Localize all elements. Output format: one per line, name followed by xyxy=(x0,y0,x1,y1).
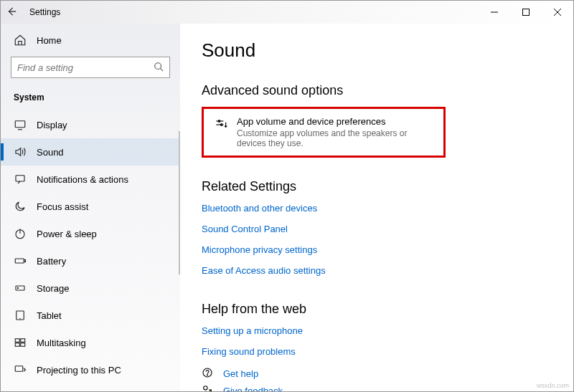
advanced-item-title: App volume and device preferences xyxy=(237,116,433,127)
svg-rect-19 xyxy=(15,343,19,347)
svg-rect-20 xyxy=(21,343,25,347)
advanced-sound-heading: Advanced sound options xyxy=(202,83,552,98)
sidebar-scrollbar[interactable] xyxy=(179,131,180,274)
title-bar: Settings xyxy=(1,1,573,24)
close-button[interactable] xyxy=(542,1,573,24)
content-area: Sound Advanced sound options App volume … xyxy=(180,24,573,391)
svg-rect-12 xyxy=(24,260,26,262)
sidebar-item-label: Power & sleep xyxy=(37,229,97,239)
sound-icon xyxy=(14,145,27,158)
search-input[interactable] xyxy=(17,62,146,73)
svg-rect-11 xyxy=(15,259,24,263)
page-title: Sound xyxy=(202,39,552,62)
sidebar-item-notifications[interactable]: Notifications & actions xyxy=(1,166,180,193)
search-icon xyxy=(154,62,164,74)
sidebar-item-storage[interactable]: Storage xyxy=(1,274,180,302)
sidebar-item-sound[interactable]: Sound xyxy=(1,138,180,166)
link-bluetooth-devices[interactable]: Bluetooth and other devices xyxy=(202,203,552,214)
link-microphone-privacy[interactable]: Microphone privacy settings xyxy=(202,244,552,255)
svg-rect-17 xyxy=(15,339,19,343)
storage-icon xyxy=(14,282,27,295)
svg-rect-18 xyxy=(21,339,25,343)
sidebar-item-battery[interactable]: Battery xyxy=(1,247,180,274)
sidebar: Home System Display Sound Notificatio xyxy=(1,24,180,391)
sidebar-item-tablet[interactable]: Tablet xyxy=(1,302,180,329)
sidebar-item-projecting[interactable]: Projecting to this PC xyxy=(1,356,180,383)
maximize-button[interactable] xyxy=(510,1,542,24)
app-volume-device-preferences[interactable]: App volume and device preferences Custom… xyxy=(202,107,446,158)
get-help-icon xyxy=(202,367,213,381)
sidebar-item-label: Focus assist xyxy=(37,201,88,212)
svg-rect-21 xyxy=(15,366,23,372)
multitasking-icon xyxy=(14,336,27,349)
home-icon xyxy=(14,34,27,47)
sidebar-section-label: System xyxy=(1,88,180,111)
sidebar-item-label: Notifications & actions xyxy=(37,174,128,185)
sidebar-item-label: Multitasking xyxy=(37,338,86,348)
link-fix-sound-problems[interactable]: Fixing sound problems xyxy=(202,346,552,357)
window-controls xyxy=(479,1,573,24)
back-icon[interactable] xyxy=(6,6,17,19)
sidebar-item-label: Sound xyxy=(37,147,64,158)
sidebar-item-power-sleep[interactable]: Power & sleep xyxy=(1,220,180,247)
svg-rect-13 xyxy=(16,286,24,290)
svg-rect-8 xyxy=(16,176,24,181)
battery-icon xyxy=(14,254,27,267)
svg-point-27 xyxy=(207,375,207,376)
related-settings-heading: Related Settings xyxy=(202,179,552,194)
sidebar-item-label: Battery xyxy=(37,256,66,267)
home-label: Home xyxy=(37,35,62,46)
projecting-icon xyxy=(14,363,27,376)
moon-icon xyxy=(14,200,27,213)
tablet-icon xyxy=(14,309,27,322)
search-box[interactable] xyxy=(11,57,170,78)
sidebar-item-label: Storage xyxy=(37,283,70,294)
sidebar-item-focus-assist[interactable]: Focus assist xyxy=(1,193,180,220)
help-web-heading: Help from the web xyxy=(202,302,552,317)
link-setup-microphone[interactable]: Setting up a microphone xyxy=(202,325,552,336)
svg-rect-1 xyxy=(523,9,530,16)
link-get-help[interactable]: Get help xyxy=(223,368,258,379)
window-title: Settings xyxy=(29,7,60,17)
svg-point-28 xyxy=(204,386,207,390)
home-button[interactable]: Home xyxy=(1,27,180,52)
minimize-button[interactable] xyxy=(479,1,510,24)
sidebar-item-multitasking[interactable]: Multitasking xyxy=(1,329,180,356)
link-give-feedback[interactable]: Give feedback xyxy=(223,386,283,391)
sidebar-item-display[interactable]: Display xyxy=(1,111,180,138)
sidebar-item-label: Tablet xyxy=(37,310,62,321)
link-sound-control-panel[interactable]: Sound Control Panel xyxy=(202,224,552,234)
svg-point-14 xyxy=(17,287,18,288)
sidebar-item-label: Display xyxy=(37,120,67,130)
svg-rect-6 xyxy=(15,121,25,128)
svg-point-4 xyxy=(155,62,161,69)
display-icon xyxy=(14,118,27,131)
sliders-icon xyxy=(214,116,228,132)
watermark: wsxdn.com xyxy=(537,382,569,389)
feedback-icon xyxy=(202,384,213,391)
power-icon xyxy=(14,227,27,240)
notifications-icon xyxy=(14,173,27,186)
advanced-item-desc: Customize app volumes and the speakers o… xyxy=(237,128,433,148)
svg-line-5 xyxy=(161,68,164,71)
link-ease-of-access-audio[interactable]: Ease of Access audio settings xyxy=(202,265,552,276)
sidebar-item-label: Projecting to this PC xyxy=(37,365,121,376)
